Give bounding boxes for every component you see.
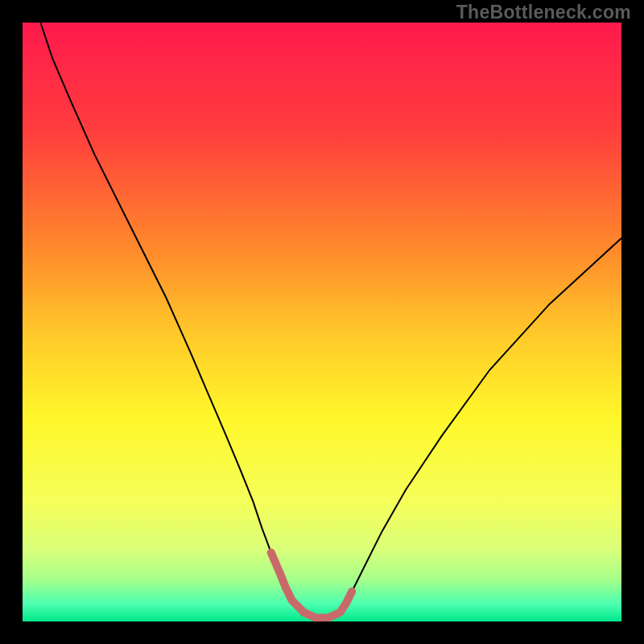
chart-frame: TheBottleneck.com (0, 0, 644, 644)
chart-svg (23, 23, 621, 621)
watermark-text: TheBottleneck.com (456, 2, 631, 23)
chart-background (23, 23, 621, 621)
chart-plot-area (23, 23, 621, 621)
